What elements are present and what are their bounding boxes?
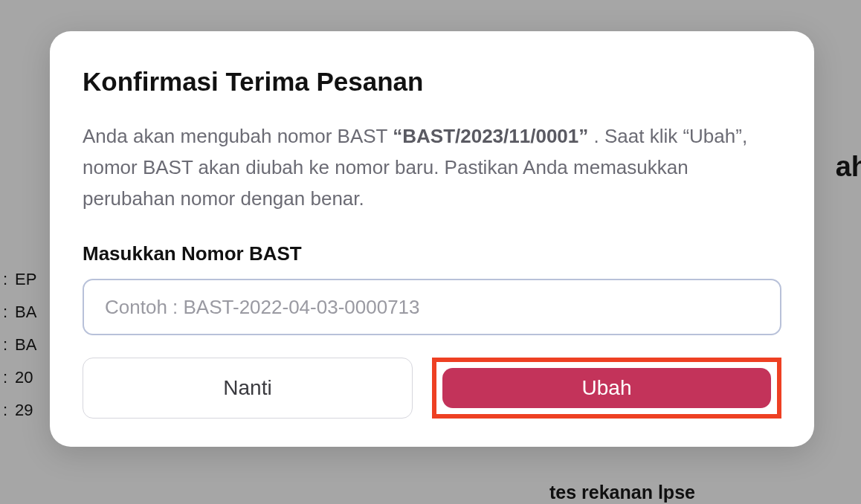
modal-title: Konfirmasi Terima Pesanan [83,67,781,97]
bast-number-input[interactable] [83,279,781,335]
primary-button-highlight: Ubah [432,358,781,419]
modal-actions: Nanti Ubah [83,358,781,419]
confirm-modal: Konfirmasi Terima Pesanan Anda akan meng… [50,31,814,447]
cancel-button[interactable]: Nanti [83,358,413,419]
modal-body-bold: “BAST/2023/11/0001” [393,125,588,147]
submit-button[interactable]: Ubah [442,368,771,408]
modal-body: Anda akan mengubah nomor BAST “BAST/2023… [83,120,781,214]
input-label: Masukkan Nomor BAST [83,242,781,265]
modal-body-pre: Anda akan mengubah nomor BAST [83,125,393,147]
